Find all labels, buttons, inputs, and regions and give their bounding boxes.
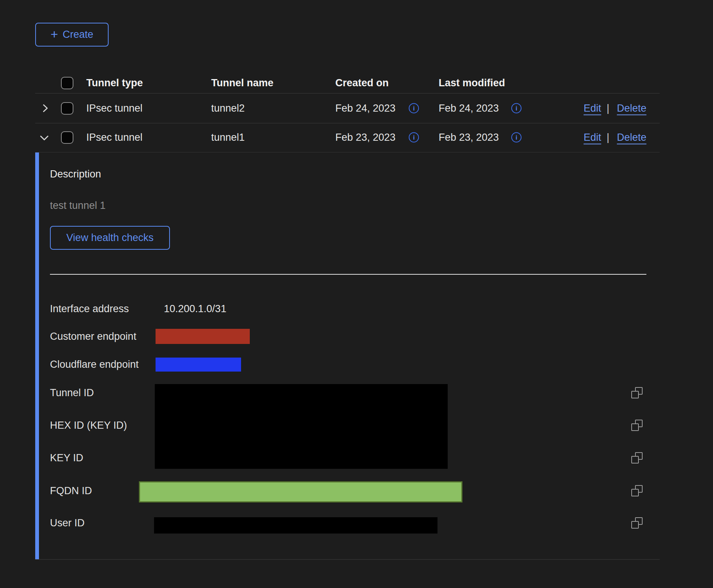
section-divider <box>50 274 646 275</box>
view-health-checks-button[interactable]: View health checks <box>50 226 170 250</box>
edit-link[interactable]: Edit <box>584 103 601 114</box>
edit-link[interactable]: Edit <box>584 132 601 143</box>
fqdn-id-label: FQDN ID <box>50 485 92 497</box>
column-header-tunnel-name: Tunnel name <box>211 77 274 89</box>
chevron-down-icon[interactable] <box>38 132 50 144</box>
delete-link[interactable]: Delete <box>617 132 646 143</box>
row-checkbox[interactable] <box>61 131 73 144</box>
last-modified-cell: Feb 23, 2023 <box>439 132 499 143</box>
create-button[interactable]: + Create <box>35 23 109 47</box>
hex-id-label: HEX ID (KEY ID) <box>50 420 127 431</box>
row-divider <box>35 123 660 123</box>
copy-icon[interactable] <box>631 420 643 431</box>
row-checkbox[interactable] <box>61 102 73 115</box>
expanded-row-indicator-bar <box>35 152 39 560</box>
info-icon[interactable]: i <box>409 103 419 114</box>
cloudflare-endpoint-redacted-value <box>156 358 241 372</box>
delete-link[interactable]: Delete <box>617 103 646 114</box>
column-header-last-modified: Last modified <box>439 77 505 89</box>
view-health-checks-label: View health checks <box>66 232 154 244</box>
interface-address-label: Interface address <box>50 303 129 315</box>
chevron-right-icon[interactable] <box>39 103 51 114</box>
user-id-label: User ID <box>50 517 85 529</box>
copy-icon[interactable] <box>631 485 643 496</box>
customer-endpoint-redacted-value <box>156 329 250 344</box>
created-on-cell: Feb 23, 2023 <box>335 132 395 143</box>
customer-endpoint-label: Customer endpoint <box>50 331 136 342</box>
copy-icon[interactable] <box>631 517 643 529</box>
panel-bottom-divider <box>35 559 660 560</box>
plus-icon: + <box>51 28 58 40</box>
action-separator: | <box>607 132 609 143</box>
info-icon[interactable]: i <box>511 103 522 114</box>
tunnel-name-cell: tunnel2 <box>211 103 245 114</box>
tunnel-type-cell: IPsec tunnel <box>86 132 143 143</box>
column-header-tunnel-type: Tunnel type <box>86 77 143 89</box>
created-on-cell: Feb 24, 2023 <box>335 103 395 114</box>
header-divider <box>35 93 660 93</box>
tunnel-name-cell: tunnel1 <box>211 132 245 143</box>
description-value: test tunnel 1 <box>50 200 106 212</box>
info-icon[interactable]: i <box>511 132 522 143</box>
description-label: Description <box>50 168 101 180</box>
key-id-label: KEY ID <box>50 452 83 464</box>
column-header-created-on: Created on <box>335 77 389 89</box>
info-icon[interactable]: i <box>409 132 419 143</box>
row-divider <box>35 152 660 152</box>
tunnel-id-label: Tunnel ID <box>50 387 94 399</box>
cloudflare-endpoint-label: Cloudflare endpoint <box>50 359 139 370</box>
select-all-checkbox[interactable] <box>61 77 73 89</box>
user-id-redacted-value <box>154 517 437 534</box>
copy-icon[interactable] <box>631 452 643 464</box>
action-separator: | <box>607 103 609 114</box>
tunnel-type-cell: IPsec tunnel <box>86 103 143 114</box>
last-modified-cell: Feb 24, 2023 <box>439 103 499 114</box>
fqdn-id-redacted-value <box>139 481 462 502</box>
interface-address-value: 10.200.1.0/31 <box>164 303 226 315</box>
ipsec-tunnels-page: + Create Tunnel type Tunnel name Created… <box>0 0 713 588</box>
create-button-label: Create <box>62 29 93 40</box>
copy-icon[interactable] <box>631 387 643 398</box>
ids-redacted-value-block <box>155 384 448 469</box>
